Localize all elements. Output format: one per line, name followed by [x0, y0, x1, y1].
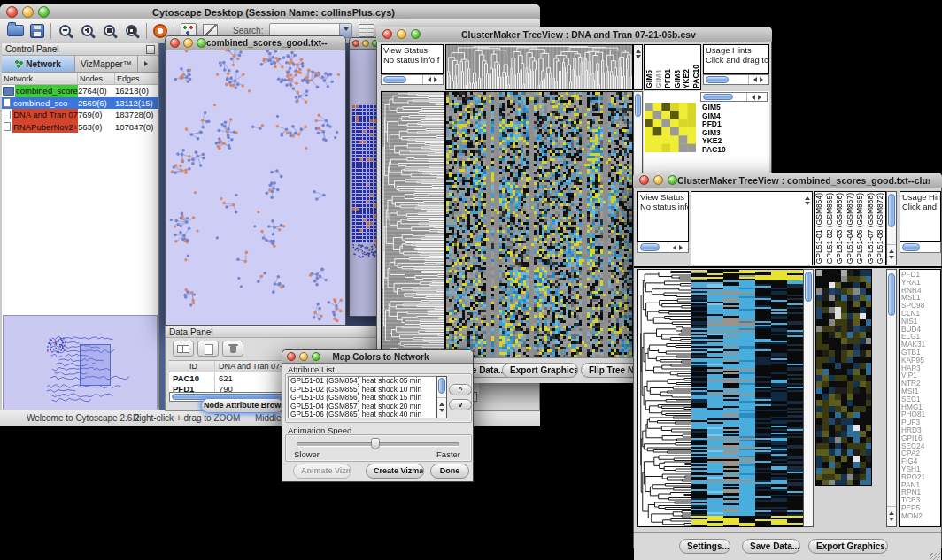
gene-label[interactable]: PAC10 — [702, 146, 726, 155]
view-status-hscrollbar[interactable] — [381, 74, 444, 85]
gene-list-vscrollbar[interactable] — [886, 269, 897, 527]
close-button[interactable] — [287, 352, 296, 361]
scrollbar-thumb[interactable] — [805, 272, 812, 302]
scroll-left-icon[interactable] — [670, 245, 676, 250]
settings-button[interactable]: Settings... — [679, 539, 730, 554]
create-vizmap-button[interactable]: Create Vizmap — [366, 464, 424, 479]
main-titlebar[interactable]: Cytoscape Desktop (Session Name: collins… — [0, 4, 540, 20]
scroll-up-icon[interactable] — [889, 247, 894, 253]
move-down-button[interactable]: v — [449, 399, 472, 410]
treeview2-titlebar[interactable]: ClusterMaker TreeView : combined_scores_… — [633, 173, 942, 188]
tab-network[interactable]: Network — [2, 56, 75, 72]
close-button[interactable] — [382, 29, 392, 39]
scrollbar-thumb[interactable] — [383, 76, 406, 83]
heatmap-canvas[interactable] — [691, 269, 804, 527]
scroll-right-icon[interactable] — [758, 95, 764, 100]
attribute-list-vscrollbar[interactable] — [436, 376, 447, 418]
view-status-hscrollbar[interactable] — [637, 242, 689, 253]
dialog-titlebar[interactable]: Map Colors to Network — [282, 350, 473, 364]
tab-overflow-button[interactable] — [138, 56, 158, 72]
zoom-button[interactable] — [312, 352, 320, 361]
scrollbar-thumb[interactable] — [706, 76, 729, 83]
zoom-heatmap-canvas[interactable] — [645, 103, 696, 152]
scrollbar-thumb[interactable] — [888, 194, 895, 227]
gene-label[interactable]: MON2 — [901, 512, 940, 520]
export-graphics-button[interactable]: Export Graphics... — [502, 363, 578, 378]
network-row-combined-sco[interactable]: combined_sco 2569(6) 13112(15) — [2, 97, 158, 110]
scroll-up-icon[interactable] — [805, 194, 810, 200]
slider-thumb[interactable] — [371, 438, 380, 449]
close-button[interactable] — [6, 6, 18, 18]
zoom-in-icon[interactable] — [80, 23, 96, 39]
heatmap-vscrollbar[interactable] — [803, 269, 814, 527]
scroll-up-icon[interactable] — [889, 509, 894, 515]
minimize-button[interactable] — [299, 352, 308, 361]
minimize-button[interactable] — [183, 38, 193, 48]
export-graphics-button[interactable]: Export Graphics... — [808, 539, 888, 554]
scroll-down-icon[interactable] — [889, 518, 894, 524]
scrollbar-thumb[interactable] — [888, 273, 895, 316]
column-scroll-strip[interactable] — [633, 44, 643, 90]
scroll-up-icon[interactable] — [636, 47, 641, 53]
scroll-right-icon[interactable] — [679, 245, 685, 250]
row-dendrogram-canvas[interactable] — [381, 91, 445, 357]
zoom-selected-icon[interactable] — [102, 23, 118, 39]
scroll-down-icon[interactable] — [805, 202, 810, 208]
network-row-combined-scores[interactable]: combined_scores 2764(0) 16218(0) — [2, 85, 158, 97]
scroll-left-icon[interactable] — [749, 95, 755, 100]
treeview1-titlebar[interactable]: ClusterMaker TreeView : DNA and Tran 07-… — [376, 27, 772, 42]
zoom-hscrollbar[interactable] — [700, 92, 768, 102]
column-labels-vscrollbar[interactable] — [886, 191, 897, 265]
zoom-heatmap-canvas[interactable] — [815, 269, 872, 486]
network-view-titlebar[interactable]: combined_scores_good.txt--cluste... — [166, 36, 345, 50]
minimize-button[interactable] — [653, 175, 663, 185]
done-button[interactable]: Done — [430, 464, 469, 479]
close-button[interactable] — [639, 175, 649, 185]
tab-vizmapper[interactable]: VizMapper™ — [75, 56, 138, 72]
minimize-button[interactable] — [362, 40, 369, 47]
scroll-left-icon[interactable] — [425, 77, 431, 82]
save-session-icon[interactable] — [30, 24, 44, 38]
heatmap-canvas[interactable] — [445, 91, 633, 357]
zoom-fit-icon[interactable] — [124, 23, 140, 39]
save-data-button[interactable]: Save Data... — [742, 539, 800, 554]
scrollbar-thumb[interactable] — [703, 94, 733, 100]
float-panel-icon[interactable] — [146, 45, 155, 54]
close-button[interactable] — [352, 40, 359, 47]
animate-vizmap-button[interactable]: Animate Vizmap — [293, 464, 351, 479]
resize-grip[interactable] — [930, 553, 940, 560]
move-up-button[interactable]: ^ — [449, 384, 472, 395]
attribute-browser-icon[interactable] — [359, 24, 374, 37]
zoom-button[interactable] — [668, 175, 677, 185]
zoom-button[interactable] — [411, 29, 421, 39]
column-dendrogram-area[interactable] — [691, 191, 813, 265]
node-attribute-browser-button[interactable]: Node Attribute Brows — [201, 398, 284, 413]
scrollbar-thumb[interactable] — [635, 94, 641, 117]
scroll-right-icon[interactable] — [760, 77, 766, 82]
minimize-button[interactable] — [22, 6, 34, 18]
scrollbar-thumb[interactable] — [438, 378, 445, 394]
open-session-icon[interactable] — [7, 25, 24, 36]
zoom-button[interactable] — [197, 38, 206, 48]
usage-hints-hscrollbar[interactable] — [703, 74, 769, 85]
delete-attribute-icon[interactable] — [222, 341, 243, 357]
attribute-item[interactable]: GPL51-06 (GSM865) heat shock 40 min — [289, 410, 436, 418]
network-row-rnapuber[interactable]: RNAPuberNov2+ 563(0) 107847(0) — [2, 121, 158, 134]
scrollbar-thumb[interactable] — [640, 243, 660, 251]
minimize-button[interactable] — [397, 29, 406, 39]
zoom-out-icon[interactable] — [58, 23, 73, 39]
column-dendrogram-canvas[interactable] — [445, 44, 633, 90]
scrollbar-thumb[interactable] — [902, 243, 920, 251]
help-icon[interactable] — [153, 24, 167, 38]
scroll-down-icon[interactable] — [636, 55, 641, 61]
scroll-right-icon[interactable] — [434, 77, 440, 82]
scroll-left-icon[interactable] — [751, 77, 757, 82]
network-row-dna-tran[interactable]: DNA and Tran 07 769(0) 183728(0) — [2, 109, 158, 121]
row-dendrogram-canvas[interactable] — [637, 269, 691, 527]
scroll-up-icon[interactable] — [439, 400, 444, 406]
scroll-down-icon[interactable] — [439, 409, 444, 415]
close-button[interactable] — [170, 38, 180, 48]
zoom-button[interactable] — [38, 6, 50, 18]
scroll-down-icon[interactable] — [889, 256, 894, 262]
network-view-canvas[interactable] — [166, 50, 345, 325]
